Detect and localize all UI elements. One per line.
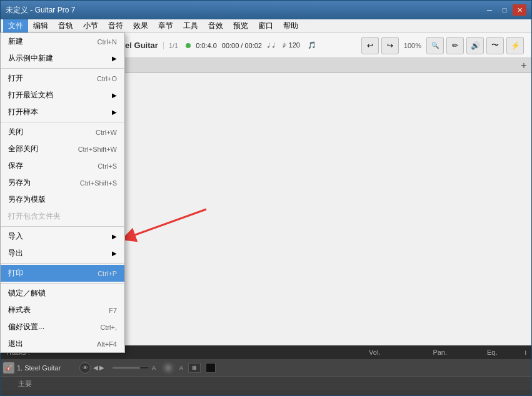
menu-item-stylesheet[interactable]: 样式表 F7 <box>1 302 124 319</box>
track-2-name: 主要 <box>3 379 32 389</box>
menu-item-open-recent[interactable]: 打开最近文档 ▶ <box>1 87 124 104</box>
i-label: i <box>525 349 526 356</box>
menu-audio[interactable]: 音轨 <box>53 19 78 33</box>
menu-note[interactable]: 音符 <box>103 19 128 33</box>
sep-5 <box>1 283 124 284</box>
menu-item-preferences[interactable]: 偏好设置... Ctrl+, <box>1 319 124 335</box>
track-1-pan-label: A <box>179 365 183 371</box>
extra-button[interactable]: ⚡ <box>506 37 524 54</box>
menu-item-new-from-example[interactable]: 从示例中新建 ▶ <box>1 50 124 67</box>
position-display: 1/1 <box>163 42 178 49</box>
eq-label: Eq. <box>487 349 498 356</box>
menu-item-import[interactable]: 导入 ▶ <box>1 228 124 245</box>
title-text: 未定义 - Guitar Pro 7 <box>6 5 75 16</box>
zoom-button[interactable]: 🔍 <box>426 37 444 54</box>
menu-chapter[interactable]: 章节 <box>153 19 178 33</box>
sep-2 <box>1 122 124 122</box>
vol-label: Vol. <box>369 349 380 356</box>
close-button[interactable]: ✕ <box>513 4 526 16</box>
track-1-name: 1. Steel Guitar <box>17 364 79 372</box>
track-row-2: 主要 <box>1 377 531 390</box>
app-window: 未定义 - Guitar Pro 7 ─ □ ✕ 文件 编辑 音轨 小节 音符 … <box>0 0 532 396</box>
track-1-vol-slider[interactable] <box>112 367 149 369</box>
tab-add-button[interactable]: + <box>516 58 531 73</box>
track-1-icon: 🎸 <box>3 362 14 374</box>
pan-label: Pan. <box>433 349 447 356</box>
menu-tools[interactable]: 工具 <box>178 19 203 33</box>
menu-help[interactable]: 帮助 <box>278 19 303 33</box>
menu-item-open-sample[interactable]: 打开样本 ▶ <box>1 104 124 121</box>
zoom-level: 100% <box>401 42 424 49</box>
track-1-pan-knob[interactable] <box>162 362 174 374</box>
menu-item-save-as[interactable]: 另存为 Ctrl+Shift+S <box>1 174 124 191</box>
pencil-button[interactable]: ✏ <box>446 37 464 54</box>
menu-item-open-folder: 打开包含文件夹 <box>1 208 124 225</box>
maximize-button[interactable]: □ <box>498 4 511 16</box>
track-1-vol-label: A <box>151 365 157 371</box>
track-1-eq[interactable]: ▦ <box>188 363 201 373</box>
track-1-extra[interactable] <box>206 363 216 373</box>
track-panel: Tracks : Vol. Pan. Eq. i 🎸 1. Steel Guit… <box>1 345 531 395</box>
track-1-mute[interactable]: 👁 <box>79 362 91 374</box>
redo-button[interactable]: ↪ <box>381 37 399 54</box>
menu-bar: 文件 编辑 音轨 小节 音符 效果 章节 工具 音效 预览 窗口 帮助 <box>1 19 531 33</box>
track-1-prev[interactable]: ◀ <box>93 364 98 371</box>
track-1-next[interactable]: ▶ <box>99 364 104 371</box>
menu-edit[interactable]: 编辑 <box>28 19 53 33</box>
sep-4 <box>1 263 124 264</box>
menu-preview[interactable]: 预览 <box>228 19 253 33</box>
track-1-arrows: ◀ ▶ <box>93 364 104 371</box>
menu-window[interactable]: 窗口 <box>253 19 278 33</box>
sep-1 <box>1 68 124 69</box>
time-display: 0:0:4.0 <box>196 42 217 49</box>
menu-effect[interactable]: 效果 <box>128 19 153 33</box>
menu-file[interactable]: 文件 <box>3 19 28 33</box>
menu-item-export[interactable]: 导出 ▶ <box>1 245 124 262</box>
track-1-vol: A <box>112 365 157 371</box>
title-bar: 未定义 - Guitar Pro 7 ─ □ ✕ <box>1 1 531 19</box>
file-dropdown-menu: 新建 Ctrl+N 从示例中新建 ▶ 打开 Ctrl+O 打开最近文档 ▶ 打开… <box>0 32 125 353</box>
menu-item-open[interactable]: 打开 Ctrl+O <box>1 70 124 87</box>
menu-sound[interactable]: 音效 <box>203 19 228 33</box>
menu-item-close-all[interactable]: 全部关闭 Ctrl+Shift+W <box>1 141 124 157</box>
menu-item-new[interactable]: 新建 Ctrl+N <box>1 33 124 50</box>
undo-button[interactable]: ↩ <box>361 37 379 54</box>
menu-item-lock[interactable]: 锁定／解锁 <box>1 285 124 302</box>
minimize-button[interactable]: ─ <box>483 4 496 16</box>
menu-item-save-template[interactable]: 另存为模版 <box>1 191 124 208</box>
menu-measure[interactable]: 小节 <box>78 19 103 33</box>
menu-item-save[interactable]: 保存 Ctrl+S <box>1 157 124 174</box>
title-controls: ─ □ ✕ <box>483 4 526 16</box>
sound-button[interactable]: 🔊 <box>466 37 484 54</box>
track-1-controls: 👁 ◀ ▶ A A <box>79 362 529 374</box>
duration-display: 00:00 / 00:02 <box>222 42 262 49</box>
wave-button[interactable]: 〜 <box>486 37 504 54</box>
track-row-1: 🎸 1. Steel Guitar 👁 ◀ ▶ <box>1 359 531 377</box>
sep-3 <box>1 226 124 227</box>
menu-item-print[interactable]: 打印 Ctrl+P <box>1 265 124 282</box>
menu-item-quit[interactable]: 退出 Alt+F4 <box>1 335 124 352</box>
menu-item-close[interactable]: 关闭 Ctrl+W <box>1 124 124 141</box>
